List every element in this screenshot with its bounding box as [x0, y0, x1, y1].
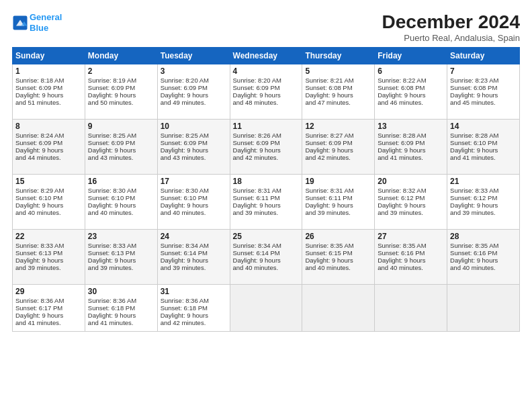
day-info-line: Sunset: 6:09 PM — [15, 84, 82, 91]
calendar-cell: 14Sunrise: 8:28 AMSunset: 6:10 PMDayligh… — [447, 119, 520, 174]
day-info-line: Daylight: 9 hours — [305, 91, 371, 99]
day-info-line: Sunset: 6:10 PM — [450, 139, 517, 146]
day-info-line: Daylight: 9 hours — [450, 201, 517, 209]
day-info-line: Sunrise: 8:29 AM — [15, 187, 82, 194]
calendar-cell: 28Sunrise: 8:35 AMSunset: 6:16 PMDayligh… — [447, 229, 520, 284]
day-info-line: Sunrise: 8:24 AM — [15, 132, 82, 139]
day-number: 6 — [378, 66, 444, 76]
day-info-line: Daylight: 9 hours — [88, 257, 154, 264]
day-info-line: Sunset: 6:12 PM — [378, 194, 444, 201]
day-info-line: and 42 minutes. — [233, 154, 300, 161]
calendar-header-sunday: Sunday — [13, 47, 85, 64]
day-info-line: Sunset: 6:13 PM — [15, 249, 82, 257]
day-number: 13 — [378, 122, 444, 131]
day-info-line: and 42 minutes. — [161, 319, 227, 326]
day-info-line: Sunrise: 8:22 AM — [378, 77, 444, 84]
day-info-line: Sunrise: 8:36 AM — [88, 297, 154, 304]
day-info-line: Daylight: 9 hours — [450, 146, 517, 154]
calendar-cell: 20Sunrise: 8:32 AMSunset: 6:12 PMDayligh… — [375, 174, 447, 229]
day-info-line: Sunrise: 8:34 AM — [161, 242, 227, 249]
month-title: December 2024 — [382, 12, 520, 33]
day-info-line: Sunrise: 8:35 AM — [378, 242, 444, 249]
day-info-line: Sunset: 6:09 PM — [88, 84, 154, 91]
day-info-line: Sunrise: 8:33 AM — [88, 242, 154, 249]
calendar-cell: 4Sunrise: 8:20 AMSunset: 6:09 PMDaylight… — [230, 64, 302, 119]
calendar-cell: 23Sunrise: 8:33 AMSunset: 6:13 PMDayligh… — [85, 229, 157, 284]
day-info-line: and 41 minutes. — [450, 154, 517, 161]
day-info-line: and 40 minutes. — [88, 209, 154, 216]
day-info-line: Daylight: 9 hours — [233, 257, 300, 264]
day-info-line: and 39 minutes. — [305, 209, 371, 216]
calendar-cell: 27Sunrise: 8:35 AMSunset: 6:16 PMDayligh… — [375, 229, 447, 284]
day-info-line: and 39 minutes. — [233, 209, 300, 216]
day-info-line: Daylight: 9 hours — [88, 146, 154, 154]
day-info-line: Daylight: 9 hours — [15, 201, 82, 209]
day-info-line: Sunset: 6:08 PM — [305, 84, 371, 91]
day-number: 8 — [15, 122, 82, 131]
day-number: 18 — [233, 177, 300, 186]
day-info-line: and 39 minutes. — [161, 264, 227, 271]
day-info-line: Sunrise: 8:32 AM — [378, 187, 444, 194]
day-info-line: and 40 minutes. — [161, 209, 227, 216]
calendar-cell: 21Sunrise: 8:33 AMSunset: 6:12 PMDayligh… — [447, 174, 520, 229]
day-info-line: Sunrise: 8:20 AM — [161, 77, 227, 84]
calendar-cell: 13Sunrise: 8:28 AMSunset: 6:09 PMDayligh… — [375, 119, 447, 174]
logo-line1: General — [30, 12, 62, 22]
day-info-line: Daylight: 9 hours — [305, 146, 371, 154]
day-info-line: Sunrise: 8:31 AM — [233, 187, 300, 194]
calendar-cell: 12Sunrise: 8:27 AMSunset: 6:09 PMDayligh… — [302, 119, 375, 174]
day-info-line: and 46 minutes. — [378, 99, 444, 106]
day-info-line: Sunrise: 8:35 AM — [305, 242, 371, 249]
calendar-header-thursday: Thursday — [302, 47, 375, 64]
day-info-line: and 48 minutes. — [233, 99, 300, 106]
calendar-cell: 15Sunrise: 8:29 AMSunset: 6:10 PMDayligh… — [13, 174, 85, 229]
day-number: 31 — [161, 287, 227, 296]
day-info-line: Sunrise: 8:30 AM — [88, 187, 154, 194]
day-number: 11 — [233, 122, 300, 131]
day-info-line: Sunset: 6:10 PM — [88, 194, 154, 201]
day-info-line: Daylight: 9 hours — [305, 201, 371, 209]
day-info-line: Sunrise: 8:28 AM — [450, 132, 517, 139]
day-info-line: Daylight: 9 hours — [15, 312, 82, 319]
logo-icon — [12, 15, 28, 31]
day-info-line: Sunset: 6:09 PM — [161, 84, 227, 91]
calendar-cell: 25Sunrise: 8:34 AMSunset: 6:14 PMDayligh… — [230, 229, 302, 284]
calendar-header-friday: Friday — [375, 47, 447, 64]
day-info-line: and 51 minutes. — [15, 99, 82, 106]
day-info-line: Daylight: 9 hours — [450, 257, 517, 264]
day-info-line: Daylight: 9 hours — [161, 312, 227, 319]
day-number: 4 — [233, 66, 300, 76]
calendar-header-row: SundayMondayTuesdayWednesdayThursdayFrid… — [13, 47, 520, 64]
day-info-line: Sunset: 6:08 PM — [378, 84, 444, 91]
day-info-line: and 39 minutes. — [378, 209, 444, 216]
day-info-line: Sunrise: 8:34 AM — [233, 242, 300, 249]
day-info-line: and 40 minutes. — [15, 209, 82, 216]
day-number: 9 — [88, 122, 154, 131]
day-number: 21 — [450, 177, 517, 186]
day-number: 3 — [161, 66, 227, 76]
calendar-header-wednesday: Wednesday — [230, 47, 302, 64]
day-info-line: Sunrise: 8:33 AM — [450, 187, 517, 194]
day-info-line: and 41 minutes. — [15, 319, 82, 326]
day-info-line: Sunset: 6:09 PM — [15, 139, 82, 146]
day-info-line: Sunset: 6:13 PM — [88, 249, 154, 257]
day-info-line: Sunrise: 8:36 AM — [161, 297, 227, 304]
day-info-line: Sunset: 6:18 PM — [88, 304, 154, 312]
calendar-cell: 10Sunrise: 8:25 AMSunset: 6:09 PMDayligh… — [157, 119, 230, 174]
calendar-week-5: 29Sunrise: 8:36 AMSunset: 6:17 PMDayligh… — [13, 284, 520, 331]
day-info-line: Sunset: 6:16 PM — [378, 249, 444, 257]
day-info-line: Sunset: 6:09 PM — [233, 84, 300, 91]
day-info-line: Sunrise: 8:26 AM — [233, 132, 300, 139]
day-info-line: Daylight: 9 hours — [378, 146, 444, 154]
day-info-line: Sunset: 6:14 PM — [233, 249, 300, 257]
day-info-line: and 40 minutes. — [450, 264, 517, 271]
day-info-line: Sunset: 6:09 PM — [305, 139, 371, 146]
day-number: 17 — [161, 177, 227, 186]
day-info-line: Sunset: 6:18 PM — [161, 304, 227, 312]
day-info-line: Daylight: 9 hours — [305, 257, 371, 264]
day-info-line: Sunset: 6:09 PM — [378, 139, 444, 146]
day-info-line: Daylight: 9 hours — [378, 201, 444, 209]
calendar-cell: 17Sunrise: 8:30 AMSunset: 6:10 PMDayligh… — [157, 174, 230, 229]
day-number: 22 — [15, 232, 82, 241]
day-info-line: and 40 minutes. — [233, 264, 300, 271]
